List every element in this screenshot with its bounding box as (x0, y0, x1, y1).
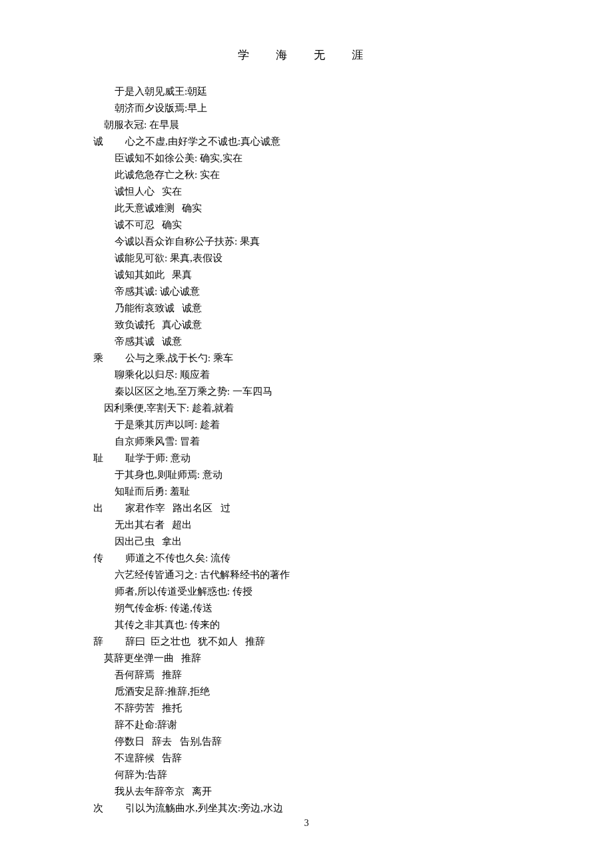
text-line: 其传之非其真也: 传来的 (93, 617, 613, 633)
line-text: 卮酒安足辞:推辞,拒绝 (115, 686, 210, 697)
text-line: 知耻而后勇: 羞耻 (93, 483, 613, 500)
text-line: 帝感其诚: 诚心诚意 (93, 283, 613, 300)
text-line: 因出己虫 拿出 (93, 533, 613, 550)
line-text: 停数日 辞去 告别,告辞 (115, 736, 222, 747)
text-line: 朝济而夕设版焉:早上 (93, 100, 613, 117)
text-line: 于是乘其厉声以呵: 趁着 (93, 417, 613, 433)
line-text: 此天意诚难测 确实 (115, 203, 202, 213)
text-line: 乃能衔哀致诚 诚意 (93, 300, 613, 317)
entry-text: 耻学于师: 意动 (125, 453, 191, 463)
entry-character: 耻 (93, 450, 125, 467)
text-line: 辞不赴命:辞谢 (93, 717, 613, 733)
line-text: 朝济而夕设版焉:早上 (115, 103, 207, 113)
page-number: 3 (0, 815, 613, 831)
text-line: 于是入朝见威王:朝廷 (93, 83, 613, 100)
line-text: 因出己虫 拿出 (115, 536, 182, 547)
entry-character: 出 (93, 500, 125, 517)
entry-text: 公与之乘,战于长勺: 乘车 (125, 353, 233, 363)
text-line: 朝服衣冠: 在早晨 (93, 117, 613, 133)
text-line: 停数日 辞去 告别,告辞 (93, 733, 613, 750)
line-text: 乃能衔哀致诚 诚意 (115, 303, 202, 313)
line-text: 莫辞更坐弹一曲 推辞 (104, 653, 201, 663)
text-line: 不遑辞候 告辞 (93, 750, 613, 767)
line-text: 自京师乘风雪: 冒着 (115, 436, 200, 447)
text-line: 此天意诚难测 确实 (93, 200, 613, 217)
line-text: 朝服衣冠: 在早晨 (104, 119, 179, 130)
line-text: 师者,所以传道受业解惑也: 传授 (115, 586, 253, 597)
line-text: 吾何辞焉 推辞 (115, 669, 182, 680)
text-line: 自京师乘风雪: 冒着 (93, 433, 613, 450)
entry-character: 传 (93, 550, 125, 567)
text-line: 出家君作宰 路出名区 过 (93, 500, 613, 517)
text-line: 传师道之不传也久矣: 流传 (93, 550, 613, 567)
text-line: 今诚以吾众诈自称公子扶苏: 果真 (93, 233, 613, 250)
text-line: 朔气传金柝: 传递,传送 (93, 600, 613, 617)
text-line: 诚知其如此 果真 (93, 267, 613, 283)
entry-character: 乘 (93, 350, 125, 367)
line-text: 我从去年辞帝京 离开 (115, 786, 212, 797)
line-text: 因利乘便,宰割天下: 趁着,就着 (104, 403, 234, 413)
entry-character: 辞 (93, 633, 125, 650)
line-text: 臣诚知不如徐公美: 确实,实在 (115, 153, 243, 163)
text-line: 聊乘化以归尽: 顺应着 (93, 367, 613, 383)
entry-text: 心之不虚,由好学之不诚也:真心诚意 (125, 136, 281, 147)
line-text: 诚知其如此 果真 (115, 269, 192, 280)
text-line: 何辞为:告辞 (93, 767, 613, 783)
text-line: 诚怛人心 实在 (93, 183, 613, 200)
line-text: 于是入朝见威王:朝廷 (115, 86, 207, 97)
line-text: 此诚危急存亡之秋: 实在 (115, 169, 220, 180)
text-line: 乘公与之乘,战于长勺: 乘车 (93, 350, 613, 367)
line-text: 诚怛人心 实在 (115, 186, 182, 197)
line-text: 知耻而后勇: 羞耻 (115, 486, 190, 497)
line-text: 致负诚托 真心诚意 (115, 319, 202, 330)
line-text: 诚不可忍 确实 (115, 219, 182, 230)
line-text: 今诚以吾众诈自称公子扶苏: 果真 (115, 236, 260, 247)
text-line: 莫辞更坐弹一曲 推辞 (93, 650, 613, 667)
entry-text: 师道之不传也久矣: 流传 (125, 553, 231, 563)
line-text: 于其身也,则耻师焉: 意动 (115, 469, 223, 480)
line-text: 其传之非其真也: 传来的 (115, 619, 220, 630)
line-text: 无出其右者 超出 (115, 519, 192, 530)
text-line: 帝感其诚 诚意 (93, 333, 613, 350)
text-line: 于其身也,则耻师焉: 意动 (93, 467, 613, 483)
text-line: 臣诚知不如徐公美: 确实,实在 (93, 150, 613, 167)
text-line: 辞辞曰 臣之壮也 犹不如人 推辞 (93, 633, 613, 650)
line-text: 于是乘其厉声以呵: 趁着 (115, 419, 220, 430)
line-text: 帝感其诚 诚意 (115, 336, 182, 347)
line-text: 秦以区区之地,至万乘之势: 一车四马 (115, 386, 273, 397)
line-text: 聊乘化以归尽: 顺应着 (115, 369, 210, 380)
entry-text: 辞曰 臣之壮也 犹不如人 推辞 (125, 636, 265, 647)
text-line: 此诚危急存亡之秋: 实在 (93, 167, 613, 183)
line-text: 辞不赴命:辞谢 (115, 719, 177, 730)
text-line: 因利乘便,宰割天下: 趁着,就着 (93, 400, 613, 417)
text-line: 无出其右者 超出 (93, 517, 613, 533)
line-text: 不辞劳苦 推托 (115, 703, 182, 713)
line-text: 何辞为:告辞 (115, 769, 167, 780)
text-line: 诚能见可欲: 果真,表假设 (93, 250, 613, 267)
text-line: 师者,所以传道受业解惑也: 传授 (93, 583, 613, 600)
text-line: 六艺经传皆通习之: 古代解释经书的著作 (93, 567, 613, 583)
text-line: 我从去年辞帝京 离开 (93, 783, 613, 800)
line-text: 帝感其诚: 诚心诚意 (115, 286, 200, 297)
page-header: 学 海 无 涯 (0, 47, 613, 63)
text-line: 诚不可忍 确实 (93, 217, 613, 233)
text-line: 吾何辞焉 推辞 (93, 667, 613, 683)
text-line: 不辞劳苦 推托 (93, 700, 613, 717)
text-line: 秦以区区之地,至万乘之势: 一车四马 (93, 383, 613, 400)
document-page: 学 海 无 涯 于是入朝见威王:朝廷朝济而夕设版焉:早上朝服衣冠: 在早晨诚心之… (0, 0, 613, 817)
line-text: 诚能见可欲: 果真,表假设 (115, 253, 223, 263)
entry-text: 引以为流觞曲水,列坐其次:旁边,水边 (125, 803, 283, 813)
line-text: 不遑辞候 告辞 (115, 753, 182, 763)
text-line: 卮酒安足辞:推辞,拒绝 (93, 683, 613, 700)
text-line: 致负诚托 真心诚意 (93, 317, 613, 333)
text-line: 诚心之不虚,由好学之不诚也:真心诚意 (93, 133, 613, 150)
text-line: 耻耻学于师: 意动 (93, 450, 613, 467)
document-body: 于是入朝见威王:朝廷朝济而夕设版焉:早上朝服衣冠: 在早晨诚心之不虚,由好学之不… (93, 83, 613, 817)
line-text: 朔气传金柝: 传递,传送 (115, 603, 213, 613)
line-text: 六艺经传皆通习之: 古代解释经书的著作 (115, 569, 290, 580)
entry-text: 家君作宰 路出名区 过 (125, 503, 231, 513)
entry-character: 诚 (93, 133, 125, 150)
